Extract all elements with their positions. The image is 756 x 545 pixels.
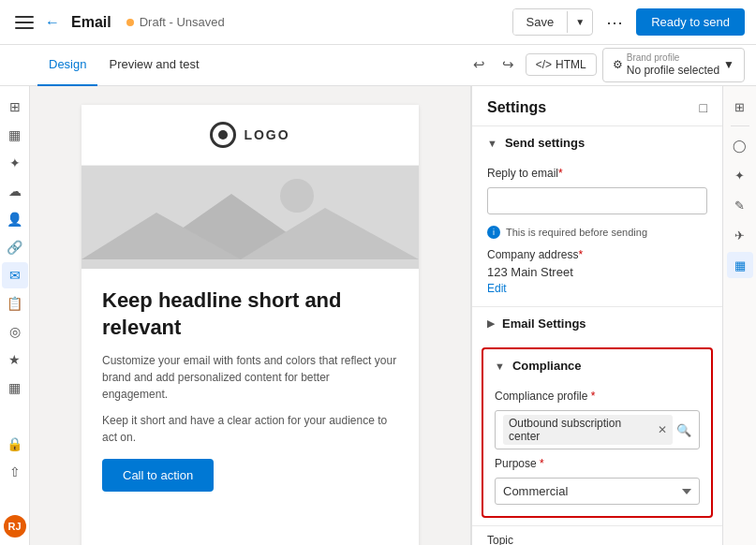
topic-label: Topic xyxy=(487,534,707,545)
tab-preview-and-test[interactable]: Preview and test xyxy=(97,45,210,86)
hamburger-menu[interactable] xyxy=(11,9,37,36)
email-settings-section: ▶ Email Settings xyxy=(472,306,722,340)
email-settings-title: Email Settings xyxy=(502,317,586,331)
email-canvas-area: LOGO Keep headline short and relevant Cu… xyxy=(30,86,471,545)
send-settings-chevron-icon: ▼ xyxy=(487,138,497,149)
canvas-body-text-2: Keep it short and have a clear action fo… xyxy=(102,412,398,446)
compliance-profile-tag-close[interactable]: ✕ xyxy=(658,423,667,436)
info-message: i This is required before sending xyxy=(487,226,707,239)
compliance-title: Compliance xyxy=(512,359,582,373)
tab-design[interactable]: Design xyxy=(37,45,97,86)
back-button[interactable]: ← xyxy=(45,14,60,31)
undo-button[interactable]: ↩ xyxy=(467,52,491,78)
canvas-body: Keep headline short and relevant Customi… xyxy=(82,269,419,510)
compliance-body: Compliance profile * Outbound subscripti… xyxy=(483,382,711,516)
sidebar-item-elements[interactable]: ✦ xyxy=(2,150,28,176)
status-text: Draft - Unsaved xyxy=(140,15,225,29)
canvas-logo-section: LOGO xyxy=(82,105,419,166)
more-options-button[interactable]: ⋯ xyxy=(600,8,629,37)
compliance-profile-tag: Outbound subscription center ✕ xyxy=(503,415,673,445)
sidebar-item-lock[interactable]: 🔒 xyxy=(2,431,28,457)
redo-button[interactable]: ↪ xyxy=(497,52,520,78)
canvas-headline: Keep headline short and relevant xyxy=(102,287,398,341)
canvas-body-text-1: Customize your email with fonts and colo… xyxy=(102,352,398,403)
status-indicator xyxy=(126,19,134,26)
right-sidebar-panel-icon[interactable]: ▦ xyxy=(727,252,753,278)
info-icon: i xyxy=(487,226,500,239)
compliance-header[interactable]: ▼ Compliance xyxy=(483,349,711,382)
email-settings-chevron-icon: ▶ xyxy=(487,317,495,330)
topic-section: Topic Select a topic xyxy=(472,525,722,545)
svg-point-1 xyxy=(280,179,314,213)
company-address-group: Company address* 123 Main Street Edit xyxy=(487,248,707,295)
sidebar-item-link[interactable]: 🔗 xyxy=(2,234,28,260)
sidebar-item-user-avatar[interactable]: RJ xyxy=(4,515,26,538)
sidebar-item-email[interactable]: ✉ xyxy=(2,262,28,288)
send-settings-title: Send settings xyxy=(505,136,585,150)
email-settings-header[interactable]: ▶ Email Settings xyxy=(472,307,722,340)
right-sidebar-send-icon[interactable]: ✈ xyxy=(727,222,753,248)
send-settings-body: Reply to email* i This is required befor… xyxy=(472,159,722,306)
sidebar-item-list[interactable]: 📋 xyxy=(2,290,28,317)
brand-icon: ⚙ xyxy=(613,58,623,71)
compliance-chevron-icon: ▼ xyxy=(495,361,505,372)
canvas-hero-image xyxy=(82,166,419,269)
edit-address-link[interactable]: Edit xyxy=(487,282,507,295)
sidebar-item-table[interactable]: ▦ xyxy=(2,375,28,401)
brand-profile-chevron-icon: ▼ xyxy=(723,58,734,71)
save-button-group: Save ▼ xyxy=(512,8,594,36)
compliance-profile-input[interactable]: Outbound subscription center ✕ 🔍 xyxy=(495,410,700,449)
code-icon: </> xyxy=(536,58,552,71)
right-sidebar-divider xyxy=(731,125,749,126)
logo-circle-icon xyxy=(210,122,236,148)
send-settings-section: ▼ Send settings Reply to email* i This i… xyxy=(472,125,722,306)
sidebar-item-person[interactable]: 👤 xyxy=(2,206,28,232)
left-sidebar: ⊞ ▦ ✦ ☁ 👤 🔗 ✉ 📋 ◎ ★ ▦ 🔒 ⇧ RJ xyxy=(0,86,30,545)
sidebar-item-star[interactable]: ★ xyxy=(2,346,28,373)
brand-profile-button[interactable]: ⚙ Brand profile No profile selected ▼ xyxy=(602,48,745,81)
hero-image-svg xyxy=(82,166,419,269)
sidebar-item-cloud[interactable]: ☁ xyxy=(2,178,28,204)
ready-to-send-button[interactable]: Ready to send xyxy=(636,8,745,36)
settings-panel: Settings □ ▼ Send settings Reply to emai… xyxy=(471,86,722,545)
right-sidebar-elements-icon[interactable]: ✦ xyxy=(727,162,753,188)
company-address-value: 123 Main Street xyxy=(487,265,707,279)
compliance-profile-search-icon[interactable]: 🔍 xyxy=(676,423,691,437)
compliance-profile-label: Compliance profile * xyxy=(495,390,700,403)
save-button[interactable]: Save xyxy=(513,9,568,35)
reply-to-email-label: Reply to email* xyxy=(487,167,707,180)
draft-status: Draft - Unsaved xyxy=(126,15,225,29)
email-canvas: LOGO Keep headline short and relevant Cu… xyxy=(82,105,419,545)
sidebar-item-target[interactable]: ◎ xyxy=(2,318,28,345)
purpose-label: Purpose * xyxy=(495,457,700,470)
save-dropdown-button[interactable]: ▼ xyxy=(567,11,592,33)
sidebar-item-upload[interactable]: ⇧ xyxy=(2,459,28,485)
topbar: ← Email Draft - Unsaved Save ▼ ⋯ Ready t… xyxy=(0,0,756,45)
html-button[interactable]: </> HTML xyxy=(526,53,597,76)
purpose-select[interactable]: Commercial Transactional xyxy=(495,478,700,505)
right-sidebar-settings-icon[interactable]: ◯ xyxy=(727,132,753,158)
subtoolbar-actions: ↩ ↪ </> HTML ⚙ Brand profile No profile … xyxy=(467,48,745,81)
right-sidebar-edit-icon[interactable]: ✎ xyxy=(727,192,753,218)
right-sidebar-add-icon[interactable]: ⊞ xyxy=(727,94,753,120)
compliance-section: ▼ Compliance Compliance profile * Outbou… xyxy=(482,347,713,518)
reply-to-email-input[interactable] xyxy=(487,187,707,214)
panel-expand-button[interactable]: □ xyxy=(700,100,707,115)
settings-panel-title: Settings xyxy=(487,99,546,116)
canvas-cta-section: Call to action xyxy=(102,459,398,492)
sidebar-item-layout[interactable]: ▦ xyxy=(2,122,28,148)
right-sidebar: ⊞ ◯ ✦ ✎ ✈ ▦ xyxy=(722,86,756,545)
company-address-label: Company address* xyxy=(487,248,707,261)
settings-panel-header: Settings □ xyxy=(472,86,722,125)
sidebar-item-grid[interactable]: ⊞ xyxy=(2,94,28,120)
page-title: Email xyxy=(71,14,111,31)
send-settings-header[interactable]: ▼ Send settings xyxy=(472,126,722,159)
logo-text: LOGO xyxy=(244,127,289,142)
main-area: ⊞ ▦ ✦ ☁ 👤 🔗 ✉ 📋 ◎ ★ ▦ 🔒 ⇧ RJ LOGO xyxy=(0,86,756,545)
subtoolbar: Design Preview and test ↩ ↪ </> HTML ⚙ B… xyxy=(0,45,756,86)
call-to-action-button[interactable]: Call to action xyxy=(102,459,214,492)
